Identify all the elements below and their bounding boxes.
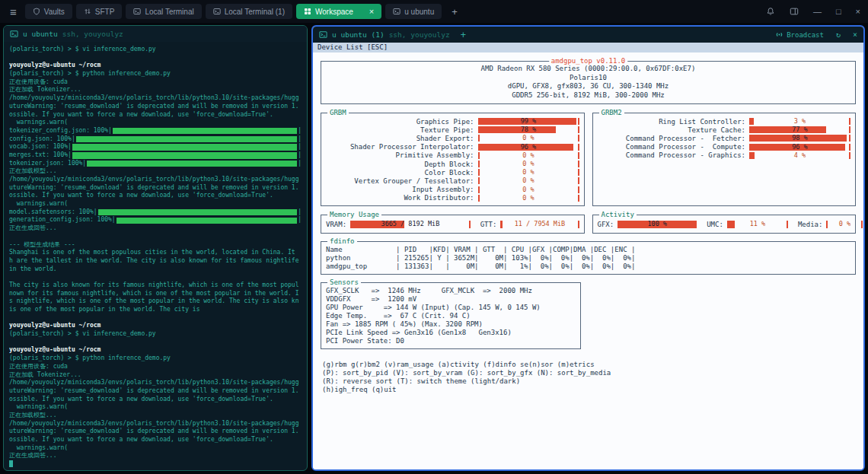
device-info-line: AMD Radeon RX 580 Series (0000:29:00.0, …	[326, 65, 850, 74]
gauge: 78 %	[478, 126, 579, 133]
tab-label: Local Terminal (1)	[225, 8, 285, 16]
tab-label: u ubuntu	[404, 8, 434, 16]
terminal-progress-line: generation_config.json: 100%||	[9, 216, 302, 224]
terminal-line: ossible. If you want to force a new down…	[9, 396, 302, 404]
memory-usage-box: Memory Usage VRAM:3665 / 8192 MiBGTT:11 …	[321, 215, 585, 234]
terminal-line: (polaris_torch) > $ python inference_dem…	[9, 355, 302, 363]
gauge-row: Vertex Grouper / Tessellator:0 %	[326, 177, 579, 185]
left-pane-header: u ubuntu ssh, youyoulyz	[4, 26, 307, 42]
add-terminal-button[interactable]: +	[461, 30, 466, 40]
tab-u-ubuntu[interactable]: u ubuntu	[385, 4, 442, 19]
sensor-line: GPU Power => 144 W (Input) (Cap. 145 W, …	[326, 304, 576, 312]
progress-label: generation_config.json: 100%|	[9, 216, 116, 224]
left-terminal-body[interactable]: (polaris_torch) > $ vi inference_demo.py…	[4, 42, 307, 470]
left-pane-subtitle: ssh, youyoulyz	[62, 30, 123, 38]
device-info-line: dGPU, GFX8, gfx803, 36 CU, 300-1340 MHz	[326, 82, 850, 91]
grbm2-label: GRBM2	[599, 109, 624, 117]
sensor-line: PCIe Link Speed => Gen3x16 (Gen1x8 Gen3x…	[326, 329, 576, 337]
terminal-line: /home/youyoulyz/miniconda3/envs/polaris_…	[9, 379, 302, 387]
gauge: 99 %	[478, 118, 579, 125]
maximize-icon[interactable]: □	[836, 7, 841, 16]
terminal-progress-line: tokenizer.json: 100%||	[9, 160, 302, 168]
grbm-box: GRBM Graphics Pipe:99 %Texture Pipe:78 %…	[321, 113, 585, 206]
terminal-line: --- 模型生成结果 ---	[9, 241, 302, 250]
close-pane-icon[interactable]: ×	[853, 30, 857, 39]
gauge-value: 0 %	[480, 169, 578, 176]
terminal-icon	[393, 8, 400, 15]
gauge-row: Depth Block:0 %	[326, 160, 579, 168]
gauge-label: Ring List Controller:	[598, 118, 750, 126]
device-info-line: GDDR5 256-bit, 8192 MiB, 300-2000 MHz	[326, 91, 850, 100]
gauge-label: Graphics Pipe:	[326, 118, 478, 126]
terminal-line: 正在使用设备: cuda	[9, 78, 302, 87]
terminal-line: youyoulyz@u-ubuntu ~/rocm	[9, 62, 302, 70]
gauge: 0 %	[478, 152, 579, 159]
tab-close-icon[interactable]: ×	[369, 7, 374, 16]
broadcast-label: Broadcast	[787, 31, 824, 39]
amdgpu-content: amdgpu_top v0.11.0 AMD Radeon RX 580 Ser…	[313, 52, 863, 469]
keybind-line: (h)igh_freq (q)uit	[322, 386, 856, 394]
sensor-line: GFX_SCLK => 1246 MHz GFX_MCLK => 2000 MH…	[326, 287, 576, 295]
device-info-line: Polaris10	[326, 74, 850, 83]
progress-end: |	[298, 160, 302, 168]
gauge: 98 %	[749, 135, 850, 142]
terminal-line: warnings.warn(	[9, 200, 302, 208]
memory-row: VRAM:3665 / 8192 MiBGTT:11 / 7954 MiB	[326, 220, 579, 229]
workspace: u ubuntu ssh, youyoulyz (polaris_torch) …	[0, 23, 868, 474]
progress-end: |	[298, 143, 302, 151]
activity-metric-label: UMC:	[707, 221, 723, 228]
reconnect-icon[interactable]: ↻	[836, 30, 841, 39]
gauge-row: Shader Processor Interpolator:96 %	[326, 143, 579, 151]
terminal-icon	[10, 30, 18, 38]
gauge-label: Command Processor - Compute:	[598, 143, 750, 151]
progress-bar-fill	[76, 136, 297, 143]
left-terminal-pane[interactable]: u ubuntu ssh, youyoulyz (polaris_torch) …	[3, 25, 308, 471]
gauge-value: 11 / 7954 MiB	[502, 221, 577, 228]
gauge: 100 %	[617, 221, 697, 228]
gauge-row: Ring List Controller:3 %	[598, 117, 851, 126]
progress-label: vocab.json: 100%|	[9, 143, 72, 151]
new-tab-button[interactable]: +	[446, 6, 463, 17]
window-close-icon[interactable]: ×	[856, 7, 860, 16]
broadcast-button[interactable]: Broadcast	[775, 30, 824, 39]
tab-vaults[interactable]: Vaults	[25, 4, 72, 19]
terminal-line: 正在使用设备: cuda	[9, 363, 302, 371]
gauge: 0 %	[826, 221, 863, 228]
sensor-line: Edge Temp. => 67 C (Crit. 94 C)	[326, 312, 576, 320]
notifications-bell-icon[interactable]	[766, 7, 775, 16]
menu-icon[interactable]: ≡	[6, 5, 21, 18]
right-pane-title: u ubuntu (1)	[332, 30, 385, 39]
gauge: 96 %	[478, 144, 579, 151]
gauge-value: 3 %	[751, 118, 849, 125]
terminal-line: warnings.warn(	[9, 444, 302, 453]
terminal-line: is one of the most popular in the world.…	[9, 306, 302, 314]
vram-label: VRAM:	[326, 221, 346, 228]
gauge-label: Color Block:	[326, 169, 478, 177]
tab-label: Local Terminal	[145, 8, 193, 16]
device-list-bar[interactable]: Device List [ESC]	[313, 43, 863, 52]
terminal-line: 正在加载 Tokenizer...	[9, 371, 302, 380]
amdgpu-title: amdgpu_top v0.11.0	[549, 57, 628, 65]
progress-end: |	[298, 135, 302, 144]
right-terminal-pane[interactable]: u ubuntu (1) ssh, youyoulyz + Broadcast …	[311, 25, 865, 471]
tab-local-terminal[interactable]: Local Terminal	[126, 4, 201, 19]
terminal-line: youyoulyz@u-ubuntu ~/rocm	[9, 346, 302, 355]
tab-workspace[interactable]: Workspace×	[296, 4, 381, 19]
progress-label: merges.txt: 100%|	[9, 151, 72, 160]
progress-bar-fill	[116, 218, 297, 224]
tab-local-terminal-1[interactable]: Local Terminal (1)	[206, 4, 292, 19]
progress-label: tokenizer.json: 100%|	[9, 160, 86, 168]
amdgpu-top-screen: Device List [ESC] amdgpu_top v0.11.0 AMD…	[313, 43, 863, 469]
terminal-line: youyoulyz@u-ubuntu ~/rocm	[9, 322, 302, 330]
minimize-icon[interactable]: —	[813, 7, 822, 16]
terminal-line: (polaris_torch) > $ vi inference_demo.py	[9, 46, 302, 54]
activity-metric-label: GFX:	[598, 221, 614, 228]
side-panel-icon[interactable]	[790, 7, 799, 16]
gauge: 0 %	[478, 135, 579, 142]
tab-sftp[interactable]: SFTP	[76, 4, 123, 19]
terminal-line: /home/youyoulyz/miniconda3/envs/polaris_…	[9, 420, 302, 428]
terminal-icon	[213, 8, 221, 15]
gauge-label: Texture Cache:	[598, 126, 750, 134]
progress-label: tokenizer_config.json: 100%|	[9, 127, 112, 135]
memory-usage-label: Memory Usage	[327, 211, 381, 219]
